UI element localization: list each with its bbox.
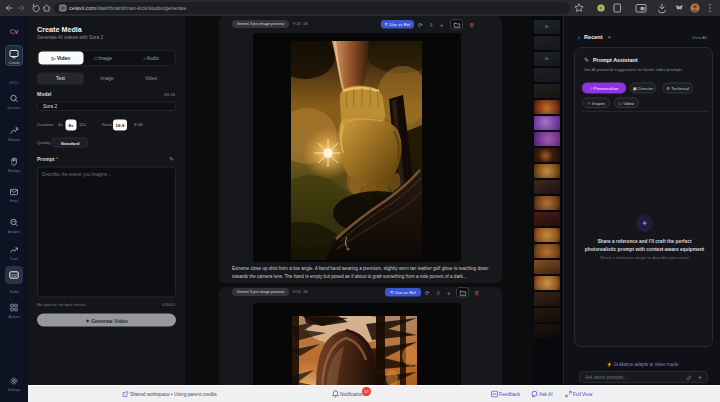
svg-text:CV: CV [11,273,17,278]
